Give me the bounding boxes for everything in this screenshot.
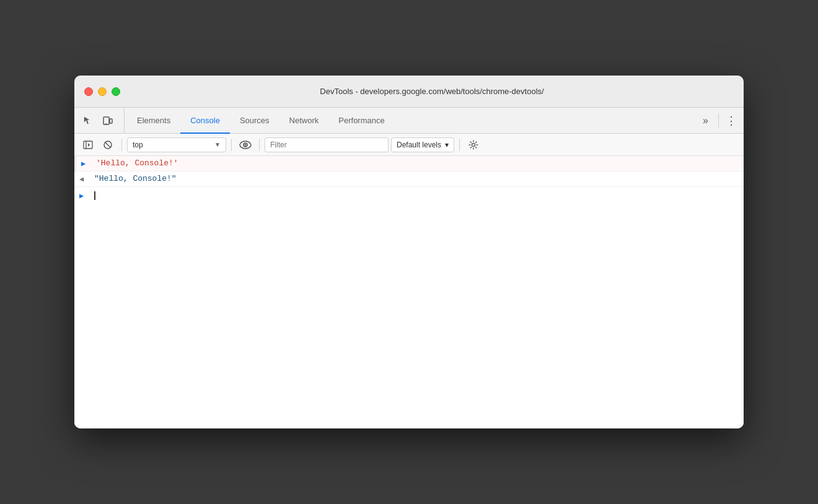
tab-bar-icons xyxy=(79,108,125,133)
levels-label: Default levels xyxy=(397,141,441,149)
console-text-1: 'Hello, Console!' xyxy=(96,159,739,168)
toolbar-divider-4 xyxy=(459,139,460,151)
toolbar-divider xyxy=(121,139,122,151)
devtools-window: DevTools - developers.google.com/web/too… xyxy=(74,76,744,428)
levels-arrow: ▾ xyxy=(445,141,449,149)
traffic-lights xyxy=(84,87,120,96)
tab-network[interactable]: Network xyxy=(279,108,329,134)
device-toolbar-button[interactable] xyxy=(99,112,117,129)
console-cursor xyxy=(94,191,95,200)
toolbar-divider-2 xyxy=(231,139,232,151)
toolbar-divider-3 xyxy=(259,139,260,151)
return-arrow-1: ◀ xyxy=(79,175,89,184)
tab-sources[interactable]: Sources xyxy=(230,108,279,134)
prompt-arrow: ▶ xyxy=(79,191,89,201)
tab-bar: Elements Console Sources Network Perform… xyxy=(74,108,744,134)
maximize-button[interactable] xyxy=(112,87,120,96)
tab-elements[interactable]: Elements xyxy=(127,108,180,134)
context-value: top xyxy=(133,141,143,149)
console-return-1: ◀ "Hello, Console!" xyxy=(74,172,744,187)
sidebar-toggle-button[interactable] xyxy=(79,136,97,154)
console-return-text-1: "Hello, Console!" xyxy=(94,174,739,183)
tab-performance[interactable]: Performance xyxy=(328,108,394,134)
svg-marker-5 xyxy=(88,143,90,147)
console-toolbar: top ▼ Default levels ▾ xyxy=(74,134,744,156)
divider xyxy=(718,113,719,128)
more-tabs-button[interactable]: » xyxy=(698,115,713,126)
output-arrow-1: ▶ xyxy=(81,159,91,168)
svg-line-7 xyxy=(105,142,110,147)
devtools-menu-button[interactable]: ⋮ xyxy=(724,113,739,128)
close-button[interactable] xyxy=(84,87,93,96)
tab-console[interactable]: Console xyxy=(180,108,230,134)
settings-button[interactable] xyxy=(465,136,482,154)
context-selector-arrow: ▼ xyxy=(214,141,221,148)
svg-rect-1 xyxy=(110,119,112,123)
svg-rect-0 xyxy=(103,117,109,124)
window-title: DevTools - developers.google.com/web/too… xyxy=(130,87,734,96)
console-input-area[interactable]: ▶ xyxy=(74,187,744,204)
context-selector[interactable]: top ▼ xyxy=(127,137,226,152)
minimize-button[interactable] xyxy=(98,87,107,96)
live-expressions-button[interactable] xyxy=(237,136,254,154)
svg-point-11 xyxy=(472,143,475,146)
inspect-element-button[interactable] xyxy=(79,112,97,129)
svg-point-10 xyxy=(245,144,247,146)
clear-console-button[interactable] xyxy=(99,136,117,154)
console-panel[interactable]: ▶ 'Hello, Console!' ◀ "Hello, Console!" … xyxy=(74,156,744,428)
tab-bar-right: » ⋮ xyxy=(693,108,739,133)
filter-input[interactable] xyxy=(265,137,389,152)
main-tabs: Elements Console Sources Network Perform… xyxy=(127,108,693,133)
titlebar: DevTools - developers.google.com/web/too… xyxy=(74,76,744,108)
console-output-1: ▶ 'Hello, Console!' xyxy=(74,156,744,172)
log-levels-button[interactable]: Default levels ▾ xyxy=(391,137,454,152)
